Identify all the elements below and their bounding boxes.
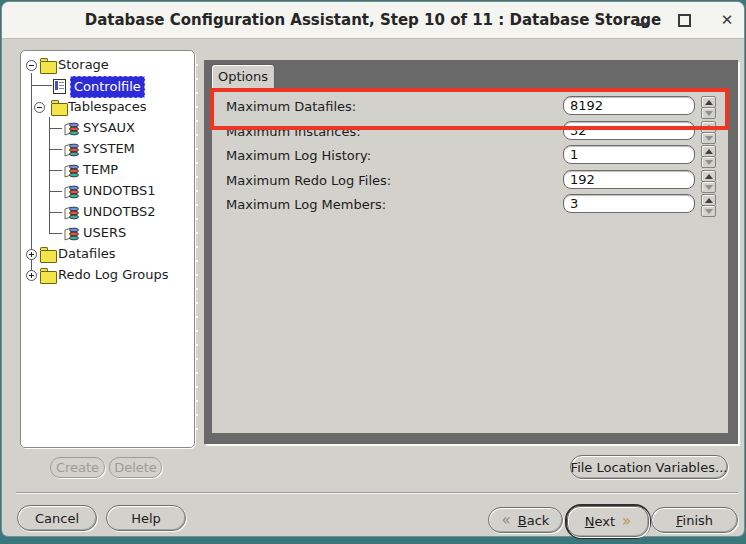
- storage-tree-panel: Storage Controlfile Tablespaces SYSAUX S…: [20, 50, 195, 448]
- tree-item-label: SYSTEM: [83, 139, 135, 159]
- back-chevron-icon: «: [502, 513, 511, 528]
- desktop: Database Configuration Assistant, Step 1…: [0, 0, 746, 544]
- spinner-down-button[interactable]: [701, 205, 716, 217]
- max-log-members-input[interactable]: [563, 194, 695, 213]
- next-chevron-icon: »: [622, 514, 631, 529]
- panel-splitter[interactable]: [195, 64, 198, 442]
- footer-separator: [16, 492, 738, 494]
- cancel-button[interactable]: Cancel: [17, 505, 97, 531]
- collapse-toggle-icon[interactable]: [26, 60, 37, 71]
- maximize-button[interactable]: [677, 13, 691, 27]
- tree-item-label: Redo Log Groups: [58, 265, 169, 285]
- tree-item-label: USERS: [83, 223, 126, 243]
- tree-item-temp[interactable]: TEMP: [21, 160, 194, 180]
- maximize-icon: [678, 14, 691, 27]
- tree-item-storage[interactable]: Storage: [21, 55, 194, 75]
- finish-button-label: Finish: [676, 513, 713, 528]
- tree-item-label: Datafiles: [58, 244, 116, 264]
- max-datafiles-label: Maximum Datafiles:: [226, 96, 356, 117]
- close-icon: ✕: [721, 13, 734, 27]
- tree-item-datafiles[interactable]: Datafiles: [21, 244, 194, 264]
- tree-item-undotbs2[interactable]: UNDOTBS2: [21, 202, 194, 222]
- tablespace-icon: [63, 184, 80, 202]
- title-bar[interactable]: Database Configuration Assistant, Step 1…: [2, 2, 744, 39]
- tablespace-icon: [63, 226, 80, 244]
- delete-button[interactable]: Delete: [109, 457, 162, 478]
- folder-icon: [40, 271, 57, 284]
- tab-options[interactable]: Options: [211, 64, 275, 89]
- max-log-history-input[interactable]: [563, 145, 695, 164]
- tablespace-icon: [63, 205, 80, 223]
- create-button[interactable]: Create: [50, 457, 105, 478]
- minimize-button[interactable]: [634, 13, 648, 27]
- max-datafiles-input[interactable]: [563, 96, 695, 115]
- next-button[interactable]: Next »: [567, 506, 649, 537]
- tree-item-label: UNDOTBS1: [83, 181, 156, 201]
- tree-item-undotbs1[interactable]: UNDOTBS1: [21, 181, 194, 201]
- folder-icon: [40, 250, 57, 263]
- next-button-focus-ring: Next »: [565, 504, 651, 539]
- expand-toggle-icon[interactable]: [26, 270, 37, 281]
- minimize-icon: [636, 23, 647, 26]
- window-title: Database Configuration Assistant, Step 1…: [2, 2, 744, 38]
- tree-item-label: UNDOTBS2: [83, 202, 156, 222]
- max-redo-log-files-label: Maximum Redo Log Files:: [226, 170, 391, 191]
- tree-item-label: Storage: [58, 55, 109, 75]
- tree-item-redo-log-groups[interactable]: Redo Log Groups: [21, 265, 194, 285]
- tablespace-icon: [63, 163, 80, 181]
- tree-item-sysaux[interactable]: SYSAUX: [21, 118, 194, 138]
- tree-item-label: SYSAUX: [83, 118, 135, 138]
- max-log-history-label: Maximum Log History:: [226, 145, 371, 166]
- finish-button[interactable]: Finish: [651, 507, 738, 533]
- next-button-label: Next: [585, 514, 615, 529]
- spinner-down-button[interactable]: [701, 107, 716, 119]
- max-log-members-label: Maximum Log Members:: [226, 194, 386, 215]
- tree-item-label-selected: Controlfile: [70, 76, 145, 98]
- max-redo-log-files-input[interactable]: [563, 170, 695, 189]
- tree-item-label: TEMP: [83, 160, 118, 180]
- folder-icon: [51, 103, 68, 116]
- file-location-variables-button[interactable]: File Location Variables...: [570, 455, 728, 479]
- help-button[interactable]: Help: [106, 505, 186, 531]
- spinner-down-button[interactable]: [701, 156, 716, 168]
- window-controls: ✕: [634, 2, 734, 38]
- tree-item-controlfile[interactable]: Controlfile: [21, 76, 194, 96]
- collapse-toggle-icon[interactable]: [34, 102, 45, 113]
- folder-icon: [40, 61, 57, 74]
- tree-item-label: Tablespaces: [68, 97, 147, 117]
- tablespace-icon: [63, 142, 80, 160]
- max-instances-input[interactable]: [563, 121, 695, 140]
- tree-item-tablespaces[interactable]: Tablespaces: [21, 97, 194, 117]
- back-button-label: Back: [518, 513, 550, 528]
- expand-toggle-icon[interactable]: [26, 249, 37, 260]
- max-instances-label: Maximum Instances:: [226, 121, 361, 142]
- tree-item-users[interactable]: USERS: [21, 223, 194, 243]
- tree-item-system[interactable]: SYSTEM: [21, 139, 194, 159]
- options-panel-content: Maximum Datafiles: Maximum Instances: Ma…: [212, 88, 728, 433]
- dbca-window: Database Configuration Assistant, Step 1…: [2, 2, 744, 536]
- tablespace-icon: [63, 121, 80, 139]
- back-button[interactable]: « Back: [488, 507, 563, 533]
- close-button[interactable]: ✕: [720, 13, 734, 27]
- spinner-down-button[interactable]: [701, 181, 716, 193]
- controlfile-icon: [53, 79, 66, 94]
- spinner-down-button[interactable]: [701, 132, 716, 144]
